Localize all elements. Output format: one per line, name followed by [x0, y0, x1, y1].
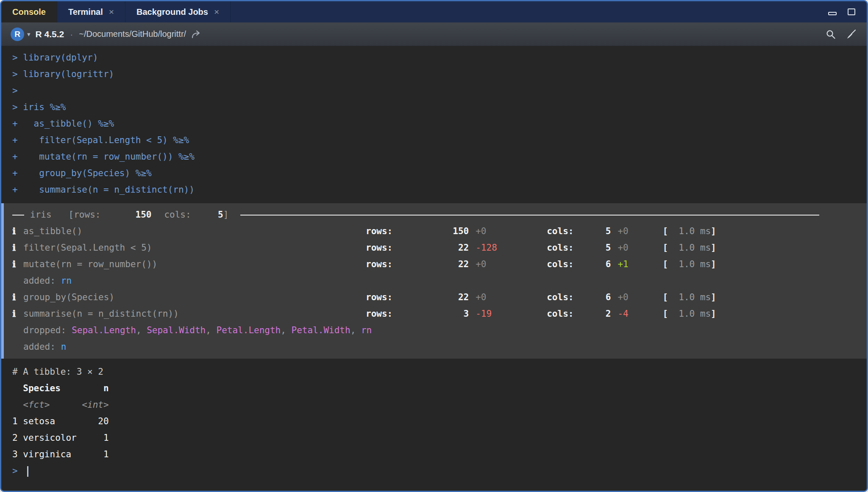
tibble-data-row: 1 setosa 20 [1, 413, 867, 430]
tab-console[interactable]: Console [1, 1, 57, 22]
command-text: as_tibble() %≥% [18, 119, 114, 129]
tab-label: Background Jobs [136, 7, 208, 17]
console-input-line: > iris %≥% [1, 99, 867, 116]
r-version-label: R 4.5.2 [36, 29, 64, 39]
header-rule-start [12, 215, 24, 216]
maximize-pane-icon[interactable] [846, 7, 857, 17]
chevron-down-icon[interactable]: ▾ [27, 30, 31, 38]
trace-added-line: added:n [4, 339, 867, 355]
tibble-output: # A tibble: 3 × 2 Species n <fct> <int> … [1, 364, 867, 463]
timing-value: 1.0 ms [668, 289, 711, 306]
header-bracket-close: ] [223, 207, 229, 223]
console-toolbar: R ▾ R 4.5.2 · ~/Documents/GitHub/logritt… [1, 22, 867, 46]
trace-header: iris [rows: 150 cols: 5 ] [4, 207, 867, 223]
bracket-open: [ [662, 240, 668, 256]
tibble-meta-line: # A tibble: 3 × 2 [1, 364, 867, 380]
list-separator: , [206, 325, 216, 335]
rows-value: 22 [392, 256, 469, 273]
rows-label: rows: [366, 240, 392, 256]
r-logo-icon[interactable]: R [11, 28, 24, 41]
cols-label: cols: [547, 256, 573, 273]
clear-console-broom-icon[interactable] [846, 29, 857, 40]
cols-value: 6 [573, 289, 611, 306]
console-prompt-line[interactable]: > [1, 463, 867, 479]
trace-step-filter: ℹ filter(Sepal.Length < 5) rows: 22 -128… [4, 240, 867, 256]
step-timing: [1.0 ms] [662, 306, 716, 322]
console-output-area[interactable]: > library(dplyr) > library(logrittr) > >… [1, 46, 867, 491]
console-input-line: + group_by(Species) %≥% [1, 165, 867, 182]
console-input-line: > [1, 83, 867, 99]
trace-step-summarise: ℹ summarise(n = n_distinct(rn)) rows: 3 … [4, 306, 867, 322]
goto-directory-icon[interactable] [191, 30, 202, 39]
prompt: > [12, 102, 18, 112]
rows-delta: +0 [476, 256, 516, 273]
working-directory-path[interactable]: ~/Documents/GitHub/logrittr/ [79, 29, 186, 39]
step-timing: [1.0 ms] [662, 256, 716, 273]
rows-value: 3 [392, 306, 469, 322]
cols-label: cols: [547, 240, 573, 256]
bracket-close: ] [711, 256, 716, 273]
console-input-line: + as_tibble() %≥% [1, 116, 867, 132]
header-cols-label: cols: [164, 207, 191, 223]
prompt: > [12, 466, 18, 476]
rows-value: 22 [392, 289, 469, 306]
timing-value: 1.0 ms [668, 223, 711, 240]
minimize-pane-icon[interactable] [827, 7, 838, 17]
trace-step-mutate: ℹ mutate(rn = row_number()) rows: 22 +0 … [4, 256, 867, 273]
command-text: group_by(Species) %≥% [18, 168, 152, 178]
prompt: > [12, 69, 18, 79]
step-timing: [1.0 ms] [662, 223, 716, 240]
command-text: library(dplyr) [18, 53, 98, 63]
tab-label: Console [12, 7, 46, 17]
step-timing: [1.0 ms] [662, 240, 716, 256]
trace-dataset-name: iris [30, 207, 52, 223]
tibble-header-row: Species n [1, 380, 867, 397]
rows-delta: +0 [476, 223, 516, 240]
tibble-types-row: <fct> <int> [1, 397, 867, 413]
prompt: + [12, 152, 18, 162]
tab-background-jobs[interactable]: Background Jobs × [125, 1, 231, 22]
rows-value: 150 [392, 223, 469, 240]
rows-label: rows: [366, 306, 392, 322]
cols-delta: +0 [618, 223, 647, 240]
cols-label: cols: [547, 306, 573, 322]
close-icon[interactable]: × [214, 7, 219, 17]
prompt: > [12, 53, 18, 63]
dropped-column-name: Petal.Width [292, 325, 351, 335]
cols-label: cols: [547, 223, 573, 240]
bracket-close: ] [711, 289, 716, 306]
info-icon: ℹ [12, 223, 23, 240]
rows-delta: +0 [476, 289, 516, 306]
tab-terminal[interactable]: Terminal × [57, 1, 125, 22]
list-separator: , [136, 325, 147, 335]
command-text: library(logrittr) [18, 69, 114, 79]
pane-window-controls [827, 1, 867, 22]
rows-delta: -128 [476, 240, 516, 256]
info-icon: ℹ [12, 240, 23, 256]
pane-tabbar: Console Terminal × Background Jobs × [1, 1, 867, 22]
step-label: mutate(rn = row_number()) [23, 256, 366, 273]
trace-step-as-tibble: ℹ as_tibble() rows: 150 +0 cols: 5 +0 [1… [4, 223, 867, 240]
trace-added-line: added:rn [4, 273, 867, 289]
info-icon: ℹ [12, 289, 23, 306]
header-rows-value: 150 [100, 207, 151, 223]
tab-label: Terminal [68, 7, 103, 17]
search-icon[interactable] [825, 29, 836, 40]
list-separator: , [351, 325, 361, 335]
cols-value: 6 [573, 256, 611, 273]
command-text: mutate(rn = row_number()) %≥% [18, 152, 195, 162]
step-timing: [1.0 ms] [662, 289, 716, 306]
info-icon: ℹ [12, 256, 23, 273]
rows-label: rows: [366, 256, 392, 273]
added-column-name: rn [61, 276, 72, 286]
command-text: summarise(n = n_distinct(rn)) [18, 185, 195, 195]
cols-label: cols: [547, 289, 573, 306]
step-label: as_tibble() [23, 223, 366, 240]
cols-delta: +0 [618, 240, 647, 256]
tabbar-spacer [231, 1, 827, 22]
prompt: + [12, 119, 18, 129]
cols-value: 2 [573, 306, 611, 322]
dropped-column-name: Sepal.Width [147, 325, 206, 335]
prompt: + [12, 185, 18, 195]
close-icon[interactable]: × [109, 7, 114, 17]
